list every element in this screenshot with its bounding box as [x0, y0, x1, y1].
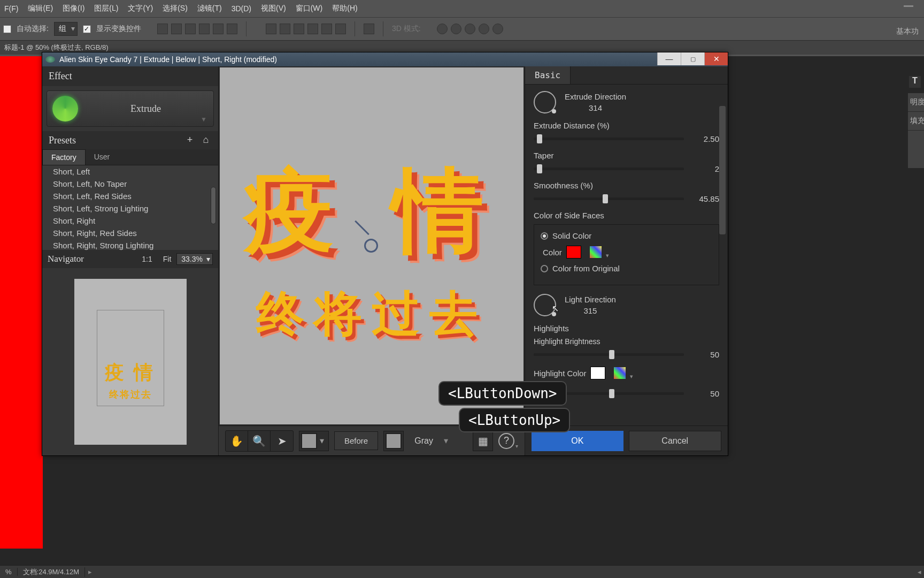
- navigator-viewbox[interactable]: 疫 情 终将过去: [97, 310, 164, 406]
- light-direction-dial[interactable]: ↖: [534, 294, 556, 316]
- navigator-panel[interactable]: 疫 情 终将过去: [42, 268, 218, 455]
- orbit-icon[interactable]: [437, 24, 448, 34]
- highlight-brightness-slider[interactable]: [534, 353, 684, 356]
- bg-swatch-1[interactable]: ▾: [299, 431, 329, 451]
- ps-right-panels: 明度 填充: [908, 93, 924, 168]
- menu-view[interactable]: 视图(V): [261, 4, 286, 13]
- dist-6-icon[interactable]: [335, 24, 346, 34]
- extrude-distance-value[interactable]: 2.50: [689, 134, 719, 143]
- radio-color-original[interactable]: [541, 265, 548, 272]
- radio-solid-color[interactable]: [541, 232, 548, 240]
- menu-layer[interactable]: 图层(L): [94, 4, 118, 13]
- side-color-swatch[interactable]: [566, 246, 581, 258]
- status-docsize[interactable]: 文档:24.9M/4.12M: [18, 567, 86, 577]
- smoothness-slider[interactable]: [534, 197, 684, 200]
- status-arrow-left[interactable]: ▸: [85, 568, 95, 576]
- highlight-color-picker-icon[interactable]: [614, 367, 626, 379]
- taper-slider[interactable]: [534, 168, 684, 170]
- slide-icon[interactable]: [479, 24, 489, 34]
- tab-user[interactable]: User: [86, 149, 119, 165]
- help-button[interactable]: ?: [498, 433, 518, 449]
- align-hcenter-icon[interactable]: [213, 24, 224, 34]
- direction-handle[interactable]: [364, 239, 378, 253]
- align-vcenter-icon[interactable]: [171, 24, 182, 34]
- menu-3d[interactable]: 3D(D): [232, 4, 251, 13]
- zoom-dropdown[interactable]: 33.3%: [176, 253, 213, 265]
- preset-item[interactable]: Short, Right, Red Sides: [42, 227, 218, 239]
- menu-filter[interactable]: 滤镜(T): [197, 4, 222, 13]
- preset-scrollbar[interactable]: [211, 187, 216, 224]
- highlight-size-value[interactable]: 50: [689, 389, 719, 398]
- taper-value[interactable]: 2: [689, 164, 719, 173]
- highlight-color-swatch[interactable]: [590, 367, 605, 379]
- menu-window[interactable]: 窗口(W): [296, 4, 323, 13]
- split-view-icon[interactable]: ▦: [473, 431, 493, 451]
- status-zoom[interactable]: %: [0, 568, 18, 576]
- zoom-fit[interactable]: Fit: [163, 255, 172, 263]
- menu-edit[interactable]: 编辑(E): [28, 4, 53, 13]
- autoselect-checkbox[interactable]: [3, 25, 11, 33]
- preset-item[interactable]: Short, Left, Red Sides: [42, 190, 218, 202]
- home-preset-button[interactable]: ⌂: [200, 134, 212, 146]
- extrude-direction-dial[interactable]: [534, 91, 556, 113]
- dist-1-icon[interactable]: [266, 24, 276, 34]
- menu-file[interactable]: F(F): [4, 4, 18, 13]
- settings-scrollbar[interactable]: [719, 106, 726, 234]
- menu-select[interactable]: 选择(S): [163, 4, 188, 13]
- hand-tool[interactable]: ✋: [226, 431, 248, 451]
- roll-icon[interactable]: [451, 24, 461, 34]
- autoselect-dropdown[interactable]: 组: [54, 22, 78, 36]
- align-left-icon[interactable]: [199, 24, 210, 34]
- dist-4-icon[interactable]: [307, 24, 318, 34]
- type-tool-icon[interactable]: T: [909, 76, 921, 88]
- preset-item[interactable]: Short, Right: [42, 215, 218, 227]
- dialog-titlebar[interactable]: Alien Skin Eye Candy 7 | Extrude | Below…: [42, 52, 728, 66]
- light-direction-value[interactable]: 315: [565, 306, 616, 315]
- dialog-maximize-button[interactable]: [681, 52, 704, 65]
- minimize-icon[interactable]: [904, 5, 913, 7]
- navigator-thumbnail[interactable]: 疫 情 终将过去: [74, 279, 187, 445]
- menu-type[interactable]: 文字(Y): [128, 4, 153, 13]
- dialog-close-button[interactable]: [704, 52, 728, 65]
- dist-5-icon[interactable]: [321, 24, 332, 34]
- misc-icon[interactable]: [364, 24, 374, 34]
- align-top-icon[interactable]: [157, 24, 168, 34]
- left-panel: Effect Extrude ▼ Presets + ⌂ Factory Use…: [42, 66, 219, 455]
- pan-icon[interactable]: [465, 24, 475, 34]
- preset-list[interactable]: Short, Left Short, Left, No Taper Short,…: [42, 165, 218, 250]
- navigator-title: Navigator: [48, 254, 136, 264]
- highlight-brightness-value[interactable]: 50: [689, 350, 719, 359]
- ok-button[interactable]: OK: [532, 431, 623, 451]
- align-right-icon[interactable]: [227, 24, 237, 34]
- extrude-direction-value[interactable]: 314: [565, 103, 626, 112]
- preset-tabs: Factory User: [42, 149, 218, 165]
- dist-2-icon[interactable]: [280, 24, 290, 34]
- zoom-1to1[interactable]: 1:1: [142, 255, 152, 263]
- zoom-icon[interactable]: [492, 24, 503, 34]
- status-arrow-right[interactable]: ◂: [914, 568, 924, 576]
- dialog-minimize-button[interactable]: [657, 52, 681, 65]
- preset-item[interactable]: Short, Left: [42, 165, 218, 178]
- zoom-tool[interactable]: 🔍: [248, 431, 271, 451]
- menu-help[interactable]: 帮助(H): [332, 4, 357, 13]
- align-bottom-icon[interactable]: [185, 24, 196, 34]
- preset-item[interactable]: Short, Left, No Taper: [42, 178, 218, 190]
- tab-basic[interactable]: Basic: [525, 66, 571, 84]
- show-transform-checkbox[interactable]: [83, 25, 91, 33]
- before-button[interactable]: Before: [334, 431, 378, 450]
- add-preset-button[interactable]: +: [184, 134, 196, 146]
- bg-swatch-2[interactable]: [383, 431, 404, 451]
- pointer-tool[interactable]: ➤: [271, 431, 293, 451]
- menu-image[interactable]: 图像(I): [63, 4, 84, 13]
- color-picker-icon[interactable]: [590, 246, 602, 258]
- preset-item[interactable]: Short, Left, Strong Lighting: [42, 202, 218, 215]
- smoothness-value[interactable]: 45.85: [689, 194, 719, 203]
- dist-3-icon[interactable]: [294, 24, 304, 34]
- cancel-button[interactable]: Cancel: [629, 431, 722, 451]
- preset-item[interactable]: Short, Right, Strong Lighting: [42, 239, 218, 250]
- tab-factory[interactable]: Factory: [42, 149, 86, 165]
- effect-selector[interactable]: Extrude ▼: [47, 90, 214, 127]
- extrude-distance-slider[interactable]: [534, 138, 684, 140]
- preview-canvas[interactable]: 疫 情 终将过去: [220, 67, 523, 424]
- workspace-label[interactable]: 基本功: [896, 27, 919, 36]
